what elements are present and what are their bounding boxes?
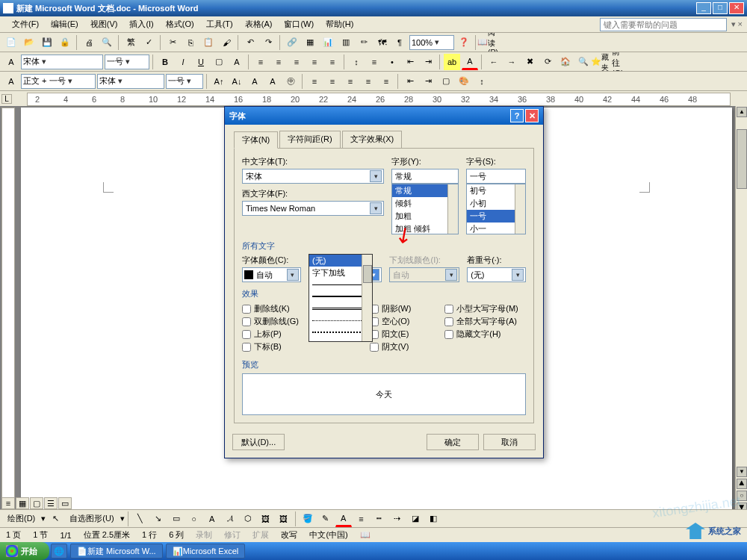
3d-tool[interactable]: ◧ [425, 511, 441, 527]
chk-outline[interactable]: 空心(O) [370, 316, 438, 327]
scroll-up-button[interactable]: ▲ [737, 107, 747, 117]
ok-button[interactable]: 确定 [427, 434, 479, 450]
menu-file[interactable]: 文件(F) [6, 17, 45, 31]
dialog-help-button[interactable]: ? [510, 109, 524, 122]
font-size-combo-2[interactable]: 一号▾ [166, 74, 203, 89]
size-input[interactable]: 一号 [466, 169, 526, 184]
browse-object-button[interactable]: ○ [737, 491, 747, 501]
menu-tools[interactable]: 工具(T) [200, 17, 239, 31]
oval-tool[interactable]: ○ [186, 511, 202, 527]
chk-engrave[interactable]: 阴文(V) [370, 341, 438, 352]
copy-button[interactable]: ⎘ [182, 34, 199, 51]
table-button[interactable]: ▦ [302, 34, 318, 51]
paste-button[interactable]: 📋 [200, 34, 217, 51]
autoshapes-menu[interactable]: 自选图形(U) [65, 513, 118, 524]
picture-tool[interactable]: 🖼 [276, 511, 292, 527]
sort-button[interactable]: ↕ [474, 73, 490, 90]
align-btn-b[interactable]: ≡ [324, 73, 341, 90]
bold-button[interactable]: B [157, 54, 173, 70]
menu-insert[interactable]: 插入(I) [123, 17, 159, 31]
chk-shadow[interactable]: 阴影(W) [370, 303, 438, 314]
underline-dropdown-list[interactable]: (无) 字下加线 [309, 254, 373, 342]
line-color-tool[interactable]: ✎ [317, 511, 334, 527]
phonetic-button[interactable]: A [264, 73, 281, 90]
save-button[interactable]: 💾 [39, 34, 55, 51]
chk-superscript[interactable]: 上标(P) [242, 329, 310, 340]
vertical-ruler[interactable] [1, 108, 15, 514]
help-button[interactable]: ❓ [456, 34, 472, 51]
rectangle-tool[interactable]: ▭ [168, 511, 185, 527]
zoom-combo[interactable]: 100%▾ [409, 35, 454, 50]
dialog-close-button[interactable]: ✕ [525, 109, 539, 122]
select-objects-button[interactable]: ↖ [47, 511, 63, 527]
styles-pane-button[interactable]: A [3, 54, 19, 70]
chk-emboss[interactable]: 阳文(E) [370, 329, 438, 340]
go-button[interactable]: 前往(G) [611, 54, 627, 70]
numbering-button[interactable]: ≡ [366, 54, 382, 70]
menu-format[interactable]: 格式(O) [160, 17, 200, 31]
shrink-font-button[interactable]: A↓ [229, 73, 245, 90]
line-style-tool[interactable]: ≡ [353, 511, 370, 527]
border-outside-button[interactable]: ▢ [438, 73, 454, 90]
decrease-indent-button[interactable]: ⇤ [402, 54, 418, 70]
status-lang[interactable]: 中文(中国) [309, 529, 347, 541]
undo-button[interactable]: ↶ [242, 34, 258, 51]
style-listbox[interactable]: 常规 倾斜 加粗 加粗 倾斜 [391, 184, 459, 234]
status-rec[interactable]: 录制 [196, 529, 212, 541]
stop-button[interactable]: ✖ [521, 54, 538, 70]
chk-double-strike[interactable]: 双删除线(G) [242, 316, 310, 327]
web-view-button[interactable]: ▦ [16, 497, 29, 509]
permissions-button[interactable]: 🔒 [57, 34, 73, 51]
spell-button[interactable]: ✓ [140, 34, 157, 51]
print-button[interactable]: 🖨 [81, 34, 97, 51]
distribute-button[interactable]: ≡ [324, 54, 341, 70]
align-btn-d[interactable]: ≡ [360, 73, 376, 90]
maximize-button[interactable]: □ [713, 2, 728, 14]
search-web-button[interactable]: 🔍 [575, 54, 592, 70]
draw-menu[interactable]: 绘图(D) [3, 513, 40, 524]
web-back-button[interactable]: ← [486, 54, 502, 70]
hyperlink-button[interactable]: 🔗 [284, 34, 300, 51]
char-shading-button[interactable]: A [247, 73, 263, 90]
scroll-down-button[interactable]: ▼ [737, 467, 747, 477]
italic-button[interactable]: I [175, 54, 191, 70]
font-name-combo[interactable]: 宋体▾ [21, 55, 103, 69]
chk-strikethrough[interactable]: 删除线(K) [242, 303, 310, 314]
translate-button[interactable]: 繁 [123, 34, 139, 51]
indent-r-button[interactable]: ⇥ [420, 73, 436, 90]
align-justify-button[interactable]: ≡ [306, 54, 323, 70]
align-btn-c[interactable]: ≡ [342, 73, 359, 90]
increase-indent-button[interactable]: ⇥ [420, 54, 436, 70]
arrow-style-tool[interactable]: ⇢ [389, 511, 406, 527]
menu-window[interactable]: 窗口(W) [278, 17, 320, 31]
redo-button[interactable]: ↷ [260, 34, 276, 51]
quick-launch-icon[interactable]: 🌐 [51, 544, 67, 559]
columns-button[interactable]: ▥ [338, 34, 354, 51]
refresh-button[interactable]: ⟳ [539, 54, 556, 70]
status-ovr[interactable]: 改写 [281, 529, 297, 541]
font-color-tool[interactable]: A [335, 511, 352, 527]
en-font-combo[interactable]: Times New Roman▾ [242, 201, 384, 216]
cn-font-combo[interactable]: 宋体▾ [242, 169, 384, 184]
align-btn-e[interactable]: ≡ [378, 73, 394, 90]
start-button[interactable]: 开始 [0, 542, 49, 560]
dialog-titlebar[interactable]: 字体 ? ✕ [225, 107, 543, 125]
enclose-button[interactable]: ㊥ [282, 73, 299, 90]
show-marks-button[interactable]: ¶ [391, 34, 408, 51]
favorites-button[interactable]: ⭐收藏夹(S) [593, 54, 610, 70]
read-mode-button[interactable]: 📖阅读(R) [480, 34, 496, 51]
clipart-tool[interactable]: 🖼 [258, 511, 274, 527]
highlight-button[interactable]: ab [444, 54, 460, 70]
chk-subscript[interactable]: 下标(B) [242, 341, 310, 352]
shading-button[interactable]: 🎨 [456, 73, 472, 90]
style-combo[interactable]: 正文 + 一号▾ [21, 74, 96, 89]
chk-allcaps[interactable]: 全部大写字母(A) [444, 316, 526, 327]
status-rev[interactable]: 修订 [224, 529, 241, 541]
vertical-scrollbar[interactable]: ▲ ▼ ⯅ ○ ⯆ [735, 106, 747, 515]
menu-view[interactable]: 视图(V) [84, 17, 124, 31]
status-ext[interactable]: 扩展 [252, 529, 269, 541]
tab-spacing[interactable]: 字符间距(R) [279, 131, 340, 148]
wordart-tool[interactable]: 𝓐 [222, 511, 238, 527]
tab-effects[interactable]: 文字效果(X) [342, 131, 403, 148]
reading-view-button[interactable]: ▭ [58, 497, 72, 509]
